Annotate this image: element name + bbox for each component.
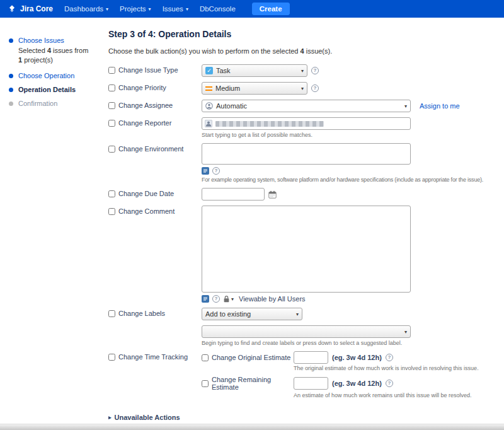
change-priority-checkbox[interactable] bbox=[108, 84, 115, 91]
help-icon[interactable]: ? bbox=[212, 167, 220, 175]
reporter-value-redacted bbox=[215, 121, 324, 127]
change-comment-label: Change Comment bbox=[118, 207, 175, 215]
page-title: Step 3 of 4: Operation Details bbox=[108, 29, 504, 39]
due-date-input[interactable] bbox=[202, 188, 265, 200]
change-issue-type-label: Change Issue Type bbox=[118, 66, 178, 74]
comment-visibility-button[interactable]: ▾ bbox=[223, 295, 234, 303]
page-bottom-edge bbox=[0, 424, 504, 430]
wiki-renderer-icon[interactable] bbox=[202, 295, 209, 303]
priority-value: Medium bbox=[215, 84, 240, 92]
nav-dbconsole[interactable]: DbConsole bbox=[200, 5, 236, 13]
main-menu: Dashboards ▾ Projects ▾ Issues ▾ DbConso… bbox=[64, 5, 236, 13]
labels-mode-value: Add to existing bbox=[205, 310, 251, 318]
form-row-assignee: Change Assignee Automatic ▾ Assign to me bbox=[108, 100, 504, 112]
form-row-environment: Change Environment ? For example operati… bbox=[108, 143, 504, 183]
unavailable-actions-toggle[interactable]: ▸ Unavailable Actions bbox=[108, 414, 504, 421]
create-button[interactable]: Create bbox=[252, 3, 290, 15]
reporter-hint: Start typing to get a list of possible m… bbox=[202, 132, 312, 138]
change-environment-checkbox[interactable] bbox=[108, 146, 115, 153]
remaining-estimate-description: An estimate of how much work remains unt… bbox=[294, 392, 472, 398]
nav-issues[interactable]: Issues ▾ bbox=[163, 5, 188, 13]
labels-hint: Begin typing to find and create labels o… bbox=[202, 340, 402, 346]
form-row-comment: Change Comment ? ▾ Viewable by All Users bbox=[108, 206, 504, 303]
chevron-down-icon: ▾ bbox=[301, 86, 304, 91]
reporter-input[interactable] bbox=[202, 117, 411, 130]
comment-visibility-value: Viewable by All Users bbox=[239, 295, 306, 303]
change-issue-type-checkbox[interactable] bbox=[108, 67, 115, 74]
environment-textarea[interactable] bbox=[202, 143, 411, 165]
assignee-select[interactable]: Automatic ▾ bbox=[202, 100, 411, 112]
chevron-down-icon: ▾ bbox=[296, 311, 299, 317]
form-row-priority: Change Priority Medium ▾ ? bbox=[108, 82, 504, 95]
change-time-tracking-checkbox[interactable] bbox=[108, 354, 115, 361]
collapsed-caret-icon: ▸ bbox=[108, 414, 112, 421]
calendar-picker-button[interactable] bbox=[268, 190, 277, 199]
step-choose-operation-link[interactable]: Choose Operation bbox=[18, 72, 74, 79]
jira-logo-icon bbox=[8, 4, 16, 13]
operation-details-panel: Step 3 of 4: Operation Details Choose th… bbox=[108, 18, 504, 424]
chevron-down-icon: ▾ bbox=[404, 103, 407, 109]
chevron-down-icon: ▾ bbox=[186, 6, 188, 12]
form-row-time-tracking: Change Time Tracking Change Original Est… bbox=[108, 351, 504, 403]
help-icon[interactable]: ? bbox=[311, 84, 319, 92]
labels-picker-select[interactable]: ▾ bbox=[202, 325, 411, 338]
change-priority-label: Change Priority bbox=[118, 84, 166, 91]
assign-to-me-link[interactable]: Assign to me bbox=[420, 102, 460, 110]
change-comment-checkbox[interactable] bbox=[108, 208, 115, 215]
step-confirmation-label: Confirmation bbox=[18, 100, 57, 107]
top-navbar: Jira Core Dashboards ▾ Projects ▾ Issues… bbox=[0, 0, 504, 18]
step-choose-issues-link[interactable]: Choose Issues bbox=[18, 37, 64, 44]
change-reporter-checkbox[interactable] bbox=[108, 120, 115, 127]
remaining-estimate-example: (eg. 3w 4d 12h) bbox=[332, 380, 382, 387]
nav-issues-label: Issues bbox=[163, 5, 183, 13]
step-choose-issues: Choose Issues Selected 4 issues from 1 p… bbox=[9, 37, 104, 66]
original-estimate-example: (eg. 3w 4d 12h) bbox=[332, 354, 382, 361]
original-estimate-row: Change Original Estimate (eg. 3w 4d 12h)… bbox=[202, 351, 479, 371]
remaining-estimate-row: Change Remaining Estimate (eg. 3w 4d 12h… bbox=[202, 376, 472, 398]
remaining-estimate-input[interactable] bbox=[294, 377, 328, 390]
task-type-icon: ✓ bbox=[205, 67, 213, 74]
change-assignee-label: Change Assignee bbox=[118, 102, 173, 109]
help-icon[interactable]: ? bbox=[386, 354, 393, 361]
chevron-down-icon: ▾ bbox=[404, 329, 407, 335]
step-operation-details-label: Operation Details bbox=[18, 86, 76, 93]
change-labels-checkbox[interactable] bbox=[108, 310, 115, 317]
chevron-down-icon: ▾ bbox=[106, 6, 108, 12]
priority-medium-icon bbox=[205, 86, 212, 91]
automatic-assignee-icon bbox=[205, 102, 213, 110]
step-operation-details: Operation Details bbox=[9, 86, 104, 93]
change-time-tracking-label: Change Time Tracking bbox=[118, 353, 188, 361]
help-icon[interactable]: ? bbox=[212, 295, 220, 303]
form-row-labels: Change Labels Add to existing ▾ ▾ Begin … bbox=[108, 308, 504, 346]
user-avatar-icon bbox=[205, 120, 212, 127]
change-labels-label: Change Labels bbox=[118, 310, 165, 317]
issue-type-select[interactable]: ✓ Task ▾ bbox=[202, 64, 307, 77]
change-environment-label: Change Environment bbox=[118, 145, 183, 153]
help-icon[interactable]: ? bbox=[311, 67, 319, 74]
form-row-due-date: Change Due Date bbox=[108, 188, 504, 200]
intro-text: Choose the bulk action(s) you wish to pe… bbox=[108, 47, 504, 55]
help-icon[interactable]: ? bbox=[386, 380, 393, 387]
comment-textarea[interactable] bbox=[202, 206, 411, 293]
labels-mode-select[interactable]: Add to existing ▾ bbox=[202, 308, 302, 320]
nav-projects[interactable]: Projects ▾ bbox=[120, 5, 151, 13]
change-original-estimate-label: Change Original Estimate bbox=[212, 354, 290, 361]
brand-home-link[interactable]: Jira Core bbox=[8, 4, 53, 13]
nav-dashboards-label: Dashboards bbox=[64, 5, 103, 13]
selected-issues-summary: Selected 4 issues from 1 project(s) bbox=[18, 46, 94, 66]
nav-dashboards[interactable]: Dashboards ▾ bbox=[64, 5, 108, 13]
step-bullet-icon bbox=[9, 102, 13, 106]
change-original-estimate-checkbox[interactable] bbox=[202, 354, 209, 361]
priority-select[interactable]: Medium ▾ bbox=[202, 82, 307, 95]
change-assignee-checkbox[interactable] bbox=[108, 102, 115, 109]
form-row-issue-type: Change Issue Type ✓ Task ▾ ? bbox=[108, 64, 504, 77]
step-choose-operation: Choose Operation bbox=[9, 72, 104, 79]
wiki-renderer-icon[interactable] bbox=[202, 167, 209, 175]
calendar-icon bbox=[268, 190, 277, 199]
assignee-value: Automatic bbox=[216, 102, 247, 110]
original-estimate-input[interactable] bbox=[294, 351, 328, 364]
change-due-date-checkbox[interactable] bbox=[108, 190, 115, 197]
change-due-date-label: Change Due Date bbox=[118, 190, 174, 197]
change-remaining-estimate-checkbox[interactable] bbox=[202, 380, 209, 387]
change-reporter-label: Change Reporter bbox=[118, 119, 171, 127]
